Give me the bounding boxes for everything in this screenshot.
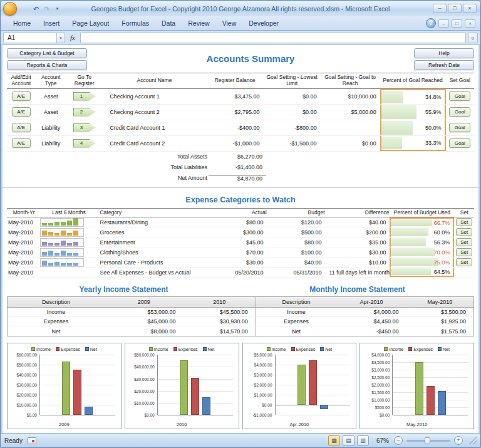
- tab-formulas[interactable]: Formulas: [115, 18, 155, 29]
- goto-register-button[interactable]: 2: [73, 108, 96, 117]
- row-label: Net: [8, 326, 105, 336]
- office-button[interactable]: [3, 2, 17, 16]
- worksheet: Category List & Budget Reports & Charts …: [3, 45, 478, 433]
- expense-summary-row: May-2010 See All Expenses - Budget vs Ac…: [7, 268, 474, 278]
- yearly-2009-value: $45,000.00: [105, 317, 183, 326]
- row-label: Income: [256, 308, 336, 316]
- percent-budget-label: 75.0%: [434, 259, 453, 266]
- doc-close-button[interactable]: ×: [465, 19, 475, 28]
- row-label: Expenses: [8, 317, 105, 326]
- resize-grip[interactable]: [469, 437, 477, 444]
- zoom-in-button[interactable]: +: [454, 436, 463, 445]
- chart-legend: IncomeExpensesNet: [245, 346, 354, 352]
- set-budget-button[interactable]: Set: [456, 238, 472, 246]
- zoom-out-button[interactable]: –: [394, 436, 403, 445]
- actual-value: $30.00: [212, 259, 267, 266]
- percent-budget-cell: 64.5%: [390, 268, 454, 277]
- set-goal-button[interactable]: Goal: [449, 138, 470, 148]
- tab-review[interactable]: Review: [182, 18, 215, 29]
- set-goal-button[interactable]: Goal: [449, 91, 470, 101]
- reports-charts-button[interactable]: Reports & Charts: [7, 60, 87, 70]
- close-button[interactable]: ×: [463, 4, 477, 13]
- set-goal-button[interactable]: Goal: [449, 107, 470, 117]
- doc-minimize-button[interactable]: –: [438, 19, 449, 28]
- expenses-table: Month-Yr Last 6 Months Category Actual B…: [7, 208, 474, 278]
- category-label: Entertainment: [97, 239, 212, 246]
- monthly-apr-value: $4,000.00: [336, 308, 406, 316]
- page-break-view-button[interactable]: ▥: [357, 435, 369, 445]
- yearly-2010-value: $45,500.00: [183, 308, 255, 316]
- expense-row: May-2010 Personal Care - Products $30.00…: [7, 258, 474, 268]
- zoom-slider-thumb[interactable]: [425, 437, 430, 444]
- category-list-budget-button[interactable]: Category List & Budget: [7, 48, 87, 58]
- zoom-slider[interactable]: [406, 440, 450, 442]
- monthly-apr-value: -$450.00: [336, 326, 406, 336]
- goto-register-button[interactable]: 1: [73, 92, 96, 101]
- zoom-level-label[interactable]: 67%: [376, 437, 389, 444]
- add-edit-account-button[interactable]: A/E: [12, 107, 31, 117]
- category-label: Clothing/Shoes: [97, 249, 212, 256]
- set-budget-button[interactable]: Set: [456, 218, 472, 226]
- percent-budget-label: 60.0%: [434, 229, 453, 236]
- col-header-goto-register: Go To Register: [66, 73, 102, 88]
- help-icon[interactable]: ?: [426, 18, 436, 28]
- budget-value: $120.00: [267, 219, 326, 226]
- total-value: $6,270.00: [209, 154, 266, 160]
- set-budget-button[interactable]: Set: [456, 248, 472, 256]
- goal-lowest-limit: $0.00: [264, 109, 321, 115]
- col-header-description: Description: [256, 297, 336, 307]
- name-box-dropdown-icon[interactable]: ▾: [57, 33, 65, 43]
- set-budget-button[interactable]: Set: [456, 228, 472, 236]
- name-box[interactable]: A1: [3, 33, 57, 43]
- percent-budget-bar: [391, 258, 437, 266]
- col-header-month: Month-Yr: [7, 209, 40, 217]
- qat-dropdown-icon[interactable]: ▾: [53, 4, 61, 13]
- account-name: Credit Card Account 1: [102, 125, 206, 131]
- formula-bar-expand-icon[interactable]: »: [468, 33, 478, 43]
- formula-input[interactable]: [80, 33, 466, 43]
- set-budget-button[interactable]: Set: [456, 258, 472, 266]
- page-layout-view-button[interactable]: ▤: [343, 435, 354, 445]
- tab-data[interactable]: Data: [155, 18, 182, 29]
- goto-register-button[interactable]: 4: [73, 139, 96, 148]
- account-name: Checking Account 2: [102, 109, 206, 115]
- maximize-button[interactable]: □: [448, 4, 462, 13]
- tab-page-layout[interactable]: Page Layout: [66, 18, 115, 29]
- budget-value: $500.00: [267, 229, 326, 236]
- insert-function-icon[interactable]: fx: [65, 34, 80, 41]
- help-sheet-button[interactable]: Help: [414, 48, 474, 58]
- col-header-account-type: Account Type: [36, 73, 66, 88]
- chart-may-2010: IncomeExpensesNet $0.00$500.00$1,000.00$…: [359, 343, 474, 429]
- total-value: $4,870.00: [209, 175, 266, 182]
- tab-view[interactable]: View: [216, 18, 243, 29]
- tab-insert[interactable]: Insert: [37, 18, 66, 29]
- income-row: Net $8,000.00 $14,570.00 Net -$450.00 $1…: [8, 326, 473, 336]
- goto-register-button[interactable]: 3: [73, 123, 96, 132]
- tab-home[interactable]: Home: [7, 18, 37, 29]
- refresh-date-button[interactable]: Refresh Date: [414, 60, 474, 70]
- add-edit-account-button[interactable]: A/E: [12, 123, 31, 132]
- set-goal-button[interactable]: Goal: [449, 123, 470, 132]
- monthly-may-value: $3,500.00: [406, 308, 473, 316]
- col-header-add-edit: Add/Edit Account: [7, 73, 36, 88]
- percent-budget-bar: [391, 238, 426, 246]
- status-ready-label: Ready: [4, 437, 23, 444]
- monthly-apr-value: $4,450.00: [336, 317, 406, 326]
- goal-to-reach: $0.00: [321, 140, 380, 147]
- percent-budget-label: 66.7%: [434, 220, 453, 226]
- percent-budget-bar: [391, 268, 431, 275]
- add-edit-account-button[interactable]: A/E: [12, 91, 31, 101]
- doc-restore-button[interactable]: □: [452, 19, 462, 28]
- percent-budget-label: 64.5%: [434, 269, 453, 275]
- add-edit-account-button[interactable]: A/E: [12, 138, 31, 148]
- sparkline-chart: [40, 228, 84, 237]
- undo-icon[interactable]: ↶: [32, 4, 40, 13]
- macro-record-icon[interactable]: [28, 437, 36, 444]
- normal-view-button[interactable]: ▦: [328, 435, 340, 445]
- tab-developer[interactable]: Developer: [242, 18, 285, 29]
- percent-budget-bar: [391, 219, 432, 226]
- redo-icon[interactable]: ↷: [43, 4, 51, 13]
- percent-goal-label: 50.0%: [425, 125, 445, 131]
- chart-xlabel: May-2010: [362, 420, 472, 428]
- minimize-button[interactable]: –: [433, 4, 447, 13]
